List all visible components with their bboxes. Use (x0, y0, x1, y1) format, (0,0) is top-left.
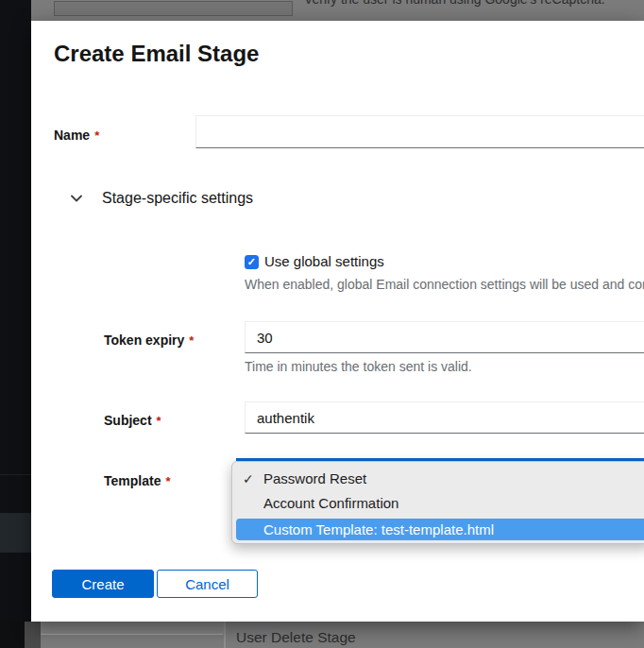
background-row-label: User Delete Stage (236, 629, 356, 646)
create-email-stage-modal: Create Email Stage Name* Stage-specific … (31, 21, 644, 622)
stage-specific-settings-toggle[interactable]: Stage-specific settings (65, 189, 253, 208)
required-asterisk: * (157, 414, 161, 428)
required-asterisk: * (94, 128, 99, 143)
recaptcha-description: Verify the user is human using Google's … (304, 0, 605, 7)
dropdown-option-password-reset[interactable]: ✓ Password Reset (232, 467, 644, 491)
template-label: Template* (104, 473, 171, 488)
sidebar-divider (0, 474, 31, 475)
checkmark-icon: ✓ (247, 256, 256, 267)
background-column-divider (224, 622, 226, 648)
required-asterisk: * (165, 474, 170, 488)
create-button[interactable]: Create (52, 570, 154, 598)
sidebar-item-dimmed (0, 513, 31, 553)
background-table-cell-bottom (41, 622, 224, 634)
section-title: Stage-specific settings (102, 190, 253, 207)
app-sidebar (0, 0, 31, 648)
name-label: Name* (54, 128, 99, 143)
background-table-cell (54, 1, 293, 16)
subject-input[interactable] (245, 401, 644, 434)
dropdown-option-custom-template[interactable]: Custom Template: test-template.html (236, 519, 644, 540)
token-expiry-label: Token expiry* (104, 333, 194, 348)
token-expiry-input[interactable] (245, 321, 644, 353)
token-expiry-help: Time in minutes the token sent is valid. (245, 359, 644, 374)
dropdown-option-account-confirmation[interactable]: Account Confirmation (232, 491, 644, 516)
use-global-settings-checkbox[interactable]: ✓ (245, 255, 259, 269)
subject-label: Subject* (104, 413, 161, 428)
required-asterisk: * (189, 333, 194, 348)
background-content-top: Verify the user is human using Google's … (31, 0, 644, 21)
template-dropdown-menu: ✓ Password Reset Account Confirmation Cu… (231, 461, 644, 544)
sidebar-bottom-hatch (25, 622, 41, 648)
sidebar-bottom-edge (0, 622, 25, 648)
use-global-settings-label[interactable]: Use global settings (264, 251, 384, 272)
background-content-bottom: User Delete Stage (0, 622, 644, 648)
cancel-button[interactable]: Cancel (157, 570, 258, 598)
use-global-settings-help: When enabled, global Email connection se… (245, 277, 644, 292)
chevron-down-icon (70, 189, 82, 208)
check-icon: ✓ (243, 467, 260, 491)
background-row-border (41, 634, 223, 635)
modal-title: Create Email Stage (54, 41, 259, 67)
name-input[interactable] (195, 115, 644, 148)
